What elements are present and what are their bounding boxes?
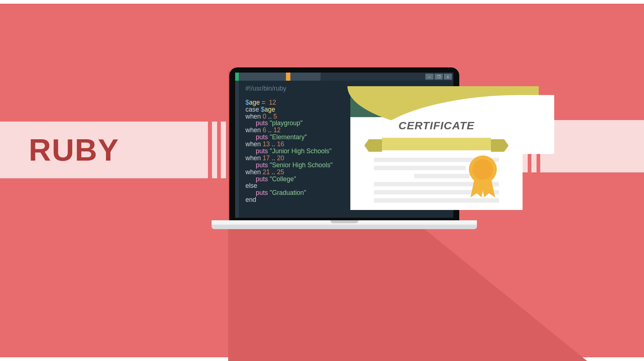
ribbon-bar [382,138,491,150]
topbar-accent [286,73,290,81]
maximize-icon: ❐ [437,75,440,79]
window-buttons: – ❐ x [424,73,453,81]
illustration-stage: RUBY – ❐ x [0,0,644,361]
ribbon-banner [369,139,504,152]
minimize-icon: – [428,75,431,79]
topbar-segment [239,73,286,81]
title-banner: RUBY [0,122,208,178]
topbar-segment [321,73,424,81]
close-button[interactable]: x [444,74,452,80]
banner-stripe [221,122,226,178]
ribbon-tail [491,139,504,152]
maximize-button[interactable]: ❐ [435,74,443,80]
title-text: RUBY [29,132,119,168]
text-line [414,174,470,178]
certificate-card: CERTIFICATE [350,88,523,210]
ribbon-tail [369,139,382,152]
topbar-accent [235,73,239,81]
text-line [374,166,466,170]
close-icon: x [447,75,449,79]
banner-stripe [540,120,644,172]
banner-stripe [212,122,217,178]
editor-topbar: – ❐ x [235,73,453,81]
seal-disc [473,159,493,180]
frame-stripe-top [0,0,644,4]
topbar-segment [290,73,321,81]
certificate-title: CERTIFICATE [350,119,523,132]
minimize-button[interactable]: – [425,74,434,80]
editor-gutter [235,81,239,218]
code-content: #!/usr/bin/ruby $age = 12 case $age when… [239,81,333,218]
award-seal-icon [465,155,500,203]
laptop-notch [330,220,358,223]
